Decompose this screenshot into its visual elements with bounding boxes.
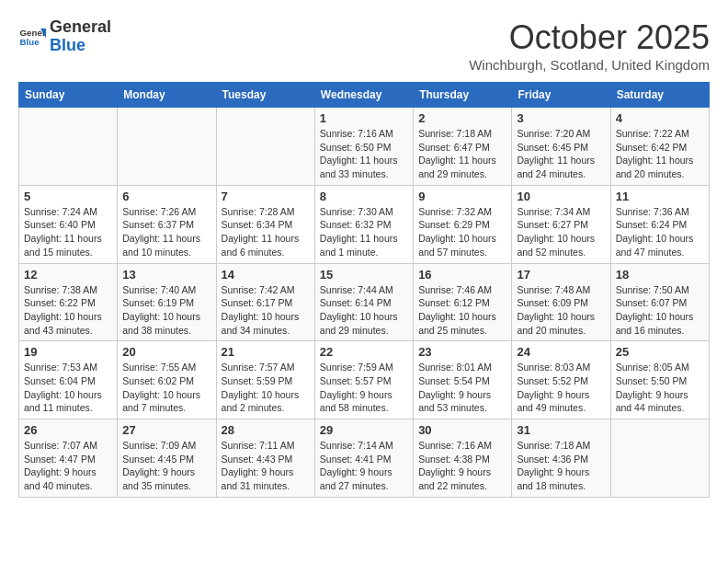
day-detail: Sunrise: 7:24 AMSunset: 6:40 PMDaylight:… xyxy=(24,205,112,259)
day-header-saturday: Saturday xyxy=(610,83,709,108)
calendar-cell: 24Sunrise: 8:03 AMSunset: 5:52 PMDayligh… xyxy=(512,341,610,419)
day-number: 8 xyxy=(320,190,408,203)
day-header-monday: Monday xyxy=(118,83,216,108)
day-number: 18 xyxy=(616,268,704,282)
day-header-sunday: Sunday xyxy=(19,83,118,108)
header: General Blue General Blue October 2025 W… xyxy=(18,18,710,73)
day-number: 9 xyxy=(418,190,506,203)
days-header-row: SundayMondayTuesdayWednesdayThursdayFrid… xyxy=(19,83,710,108)
logo-blue-text: Blue xyxy=(50,36,85,54)
calendar-cell: 17Sunrise: 7:48 AMSunset: 6:09 PMDayligh… xyxy=(512,263,610,341)
week-row-2: 5Sunrise: 7:24 AMSunset: 6:40 PMDaylight… xyxy=(19,185,710,263)
day-number: 10 xyxy=(517,190,605,203)
calendar-cell: 3Sunrise: 7:20 AMSunset: 6:45 PMDaylight… xyxy=(512,108,610,186)
day-detail: Sunrise: 8:01 AMSunset: 5:54 PMDaylight:… xyxy=(418,361,506,415)
week-row-3: 12Sunrise: 7:38 AMSunset: 6:22 PMDayligh… xyxy=(19,263,710,341)
day-number: 16 xyxy=(418,268,506,282)
week-row-1: 1Sunrise: 7:16 AMSunset: 6:50 PMDaylight… xyxy=(19,108,710,186)
day-number: 30 xyxy=(418,423,506,437)
day-detail: Sunrise: 7:50 AMSunset: 6:07 PMDaylight:… xyxy=(616,283,704,338)
day-detail: Sunrise: 7:07 AMSunset: 4:47 PMDaylight:… xyxy=(24,439,112,493)
calendar-cell: 16Sunrise: 7:46 AMSunset: 6:12 PMDayligh… xyxy=(414,263,512,341)
calendar-cell xyxy=(216,108,314,186)
day-number: 2 xyxy=(418,111,506,125)
logo: General Blue General Blue xyxy=(18,18,111,55)
day-number: 4 xyxy=(616,111,704,125)
calendar-table: SundayMondayTuesdayWednesdayThursdayFrid… xyxy=(18,82,710,498)
calendar-cell: 8Sunrise: 7:30 AMSunset: 6:32 PMDaylight… xyxy=(314,185,413,263)
day-number: 20 xyxy=(122,345,210,359)
day-number: 5 xyxy=(24,190,112,203)
day-detail: Sunrise: 7:16 AMSunset: 6:50 PMDaylight:… xyxy=(320,127,408,181)
day-number: 1 xyxy=(320,111,408,125)
day-number: 23 xyxy=(418,345,506,359)
day-number: 6 xyxy=(122,190,210,203)
day-detail: Sunrise: 8:05 AMSunset: 5:50 PMDaylight:… xyxy=(616,361,704,415)
calendar-cell: 27Sunrise: 7:09 AMSunset: 4:45 PMDayligh… xyxy=(118,419,216,498)
title-area: October 2025 Winchburgh, Scotland, Unite… xyxy=(469,18,710,73)
day-detail: Sunrise: 7:14 AMSunset: 4:41 PMDaylight:… xyxy=(320,439,408,493)
calendar-cell: 29Sunrise: 7:14 AMSunset: 4:41 PMDayligh… xyxy=(314,419,413,498)
day-number: 24 xyxy=(517,345,605,359)
day-detail: Sunrise: 7:18 AMSunset: 6:47 PMDaylight:… xyxy=(418,127,506,181)
day-number: 12 xyxy=(24,268,112,282)
day-detail: Sunrise: 7:34 AMSunset: 6:27 PMDaylight:… xyxy=(517,205,605,259)
day-detail: Sunrise: 7:32 AMSunset: 6:29 PMDaylight:… xyxy=(418,205,506,259)
day-detail: Sunrise: 7:20 AMSunset: 6:45 PMDaylight:… xyxy=(517,127,605,181)
calendar-cell: 20Sunrise: 7:55 AMSunset: 6:02 PMDayligh… xyxy=(118,341,216,419)
day-detail: Sunrise: 8:03 AMSunset: 5:52 PMDaylight:… xyxy=(517,361,605,415)
week-row-5: 26Sunrise: 7:07 AMSunset: 4:47 PMDayligh… xyxy=(19,419,710,498)
calendar-cell: 19Sunrise: 7:53 AMSunset: 6:04 PMDayligh… xyxy=(19,341,118,419)
calendar-cell: 4Sunrise: 7:22 AMSunset: 6:42 PMDaylight… xyxy=(610,108,709,186)
day-detail: Sunrise: 7:09 AMSunset: 4:45 PMDaylight:… xyxy=(122,439,210,493)
calendar-cell: 10Sunrise: 7:34 AMSunset: 6:27 PMDayligh… xyxy=(512,185,610,263)
day-number: 28 xyxy=(222,423,310,437)
calendar-cell: 21Sunrise: 7:57 AMSunset: 5:59 PMDayligh… xyxy=(216,341,314,419)
calendar-cell: 5Sunrise: 7:24 AMSunset: 6:40 PMDaylight… xyxy=(19,185,118,263)
day-number: 11 xyxy=(616,190,704,203)
day-header-thursday: Thursday xyxy=(414,83,512,108)
day-detail: Sunrise: 7:26 AMSunset: 6:37 PMDaylight:… xyxy=(122,205,210,259)
day-number: 21 xyxy=(222,345,310,359)
day-detail: Sunrise: 7:44 AMSunset: 6:14 PMDaylight:… xyxy=(320,283,408,338)
day-detail: Sunrise: 7:46 AMSunset: 6:12 PMDaylight:… xyxy=(418,283,506,338)
calendar-subtitle: Winchburgh, Scotland, United Kingdom xyxy=(469,57,710,73)
day-detail: Sunrise: 7:36 AMSunset: 6:24 PMDaylight:… xyxy=(616,205,704,259)
calendar-cell: 30Sunrise: 7:16 AMSunset: 4:38 PMDayligh… xyxy=(414,419,512,498)
day-detail: Sunrise: 7:11 AMSunset: 4:43 PMDaylight:… xyxy=(222,439,310,493)
day-number: 27 xyxy=(122,423,210,437)
calendar-cell xyxy=(19,108,118,186)
calendar-cell: 28Sunrise: 7:11 AMSunset: 4:43 PMDayligh… xyxy=(216,419,314,498)
day-header-tuesday: Tuesday xyxy=(216,83,314,108)
day-number: 17 xyxy=(517,268,605,282)
day-number: 15 xyxy=(320,268,408,282)
day-detail: Sunrise: 7:53 AMSunset: 6:04 PMDaylight:… xyxy=(24,361,112,415)
svg-text:Blue: Blue xyxy=(20,37,40,47)
day-number: 7 xyxy=(222,190,310,203)
calendar-cell: 22Sunrise: 7:59 AMSunset: 5:57 PMDayligh… xyxy=(314,341,413,419)
day-detail: Sunrise: 7:42 AMSunset: 6:17 PMDaylight:… xyxy=(222,283,310,338)
calendar-cell: 9Sunrise: 7:32 AMSunset: 6:29 PMDaylight… xyxy=(414,185,512,263)
calendar-cell: 12Sunrise: 7:38 AMSunset: 6:22 PMDayligh… xyxy=(19,263,118,341)
day-number: 3 xyxy=(517,111,605,125)
calendar-cell: 7Sunrise: 7:28 AMSunset: 6:34 PMDaylight… xyxy=(216,185,314,263)
calendar-cell: 23Sunrise: 8:01 AMSunset: 5:54 PMDayligh… xyxy=(414,341,512,419)
day-number: 13 xyxy=(122,268,210,282)
day-detail: Sunrise: 7:16 AMSunset: 4:38 PMDaylight:… xyxy=(418,439,506,493)
day-detail: Sunrise: 7:48 AMSunset: 6:09 PMDaylight:… xyxy=(517,283,605,338)
day-number: 14 xyxy=(222,268,310,282)
calendar-cell: 25Sunrise: 8:05 AMSunset: 5:50 PMDayligh… xyxy=(610,341,709,419)
day-header-wednesday: Wednesday xyxy=(314,83,413,108)
day-header-friday: Friday xyxy=(512,83,610,108)
calendar-cell: 31Sunrise: 7:18 AMSunset: 4:36 PMDayligh… xyxy=(512,419,610,498)
calendar-title: October 2025 xyxy=(469,18,710,57)
day-number: 31 xyxy=(517,423,605,437)
logo-icon: General Blue xyxy=(18,23,46,51)
day-detail: Sunrise: 7:57 AMSunset: 5:59 PMDaylight:… xyxy=(222,361,310,415)
day-detail: Sunrise: 7:59 AMSunset: 5:57 PMDaylight:… xyxy=(320,361,408,415)
calendar-cell: 14Sunrise: 7:42 AMSunset: 6:17 PMDayligh… xyxy=(216,263,314,341)
day-detail: Sunrise: 7:22 AMSunset: 6:42 PMDaylight:… xyxy=(616,127,704,181)
day-number: 25 xyxy=(616,345,704,359)
day-detail: Sunrise: 7:55 AMSunset: 6:02 PMDaylight:… xyxy=(122,361,210,415)
calendar-cell: 1Sunrise: 7:16 AMSunset: 6:50 PMDaylight… xyxy=(314,108,413,186)
